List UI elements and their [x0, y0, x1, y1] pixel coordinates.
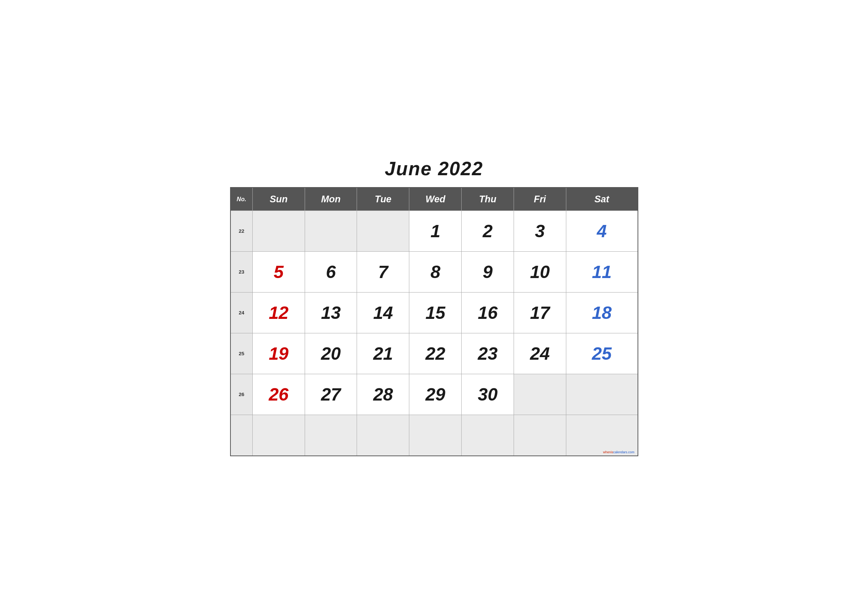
week-number: 25	[231, 333, 253, 374]
week-number: 23	[231, 252, 253, 293]
day-cell	[305, 211, 357, 252]
day-cell: 21	[357, 333, 409, 374]
day-cell: 22	[409, 333, 462, 374]
day-cell	[409, 415, 462, 456]
header-fri: Fri	[514, 188, 566, 211]
day-cell: 1	[409, 211, 462, 252]
calendar-table: No. Sun Mon Tue Wed Thu Fri Sat 22123423…	[230, 187, 638, 456]
header-row: No. Sun Mon Tue Wed Thu Fri Sat	[231, 188, 638, 211]
day-cell: 30	[462, 374, 514, 415]
week-row: wheniscalendars.com	[231, 415, 638, 456]
header-wed: Wed	[409, 188, 462, 211]
header-tue: Tue	[357, 188, 409, 211]
calendar-container: June 2022 No. Sun Mon Tue Wed Thu Fri Sa…	[230, 158, 638, 456]
week-row: 262627282930	[231, 374, 638, 415]
day-cell: 28	[357, 374, 409, 415]
day-cell	[514, 374, 566, 415]
watermark-link[interactable]: wheniscalendars.com	[603, 450, 635, 454]
day-cell: 11	[566, 252, 637, 293]
day-cell: 20	[305, 333, 357, 374]
header-sat: Sat	[566, 188, 637, 211]
day-cell: 23	[462, 333, 514, 374]
week-number: 22	[231, 211, 253, 252]
day-cell: 17	[514, 293, 566, 333]
header-mon: Mon	[305, 188, 357, 211]
day-cell: 13	[305, 293, 357, 333]
day-cell: 19	[253, 333, 305, 374]
week-row: 23567891011	[231, 252, 638, 293]
day-cell	[462, 415, 514, 456]
day-cell: 18	[566, 293, 637, 333]
calendar-title: June 2022	[230, 158, 638, 180]
day-cell	[253, 211, 305, 252]
day-cell: 14	[357, 293, 409, 333]
day-cell: 27	[305, 374, 357, 415]
week-row: 2412131415161718	[231, 293, 638, 333]
day-cell: 25	[566, 333, 637, 374]
day-cell: 4	[566, 211, 637, 252]
watermark-when: whenis	[603, 450, 613, 454]
header-thu: Thu	[462, 188, 514, 211]
day-cell: 6	[305, 252, 357, 293]
header-no: No.	[231, 188, 253, 211]
day-cell: 15	[409, 293, 462, 333]
day-cell: 26	[253, 374, 305, 415]
day-cell: 24	[514, 333, 566, 374]
day-cell: 5	[253, 252, 305, 293]
week-number	[231, 415, 253, 456]
day-cell	[514, 415, 566, 456]
day-cell	[566, 374, 637, 415]
day-cell: 2	[462, 211, 514, 252]
day-cell	[253, 415, 305, 456]
header-sun: Sun	[253, 188, 305, 211]
week-row: 221234	[231, 211, 638, 252]
day-cell: 3	[514, 211, 566, 252]
day-cell: 10	[514, 252, 566, 293]
week-number: 26	[231, 374, 253, 415]
day-cell: 9	[462, 252, 514, 293]
week-row: 2519202122232425	[231, 333, 638, 374]
day-cell: 16	[462, 293, 514, 333]
day-cell: 29	[409, 374, 462, 415]
day-cell: 8	[409, 252, 462, 293]
day-cell: 7	[357, 252, 409, 293]
watermark-cell: wheniscalendars.com	[566, 415, 637, 456]
week-number: 24	[231, 293, 253, 333]
day-cell: 12	[253, 293, 305, 333]
day-cell	[305, 415, 357, 456]
day-cell	[357, 211, 409, 252]
day-cell	[357, 415, 409, 456]
